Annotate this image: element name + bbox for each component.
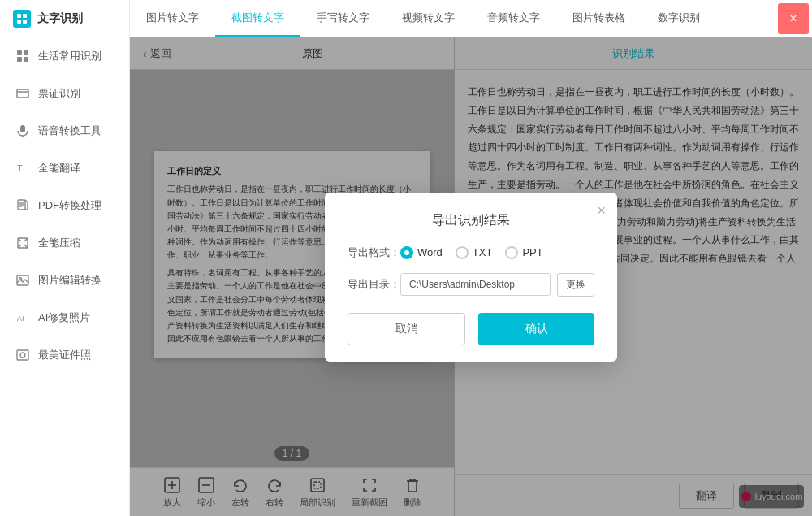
nav-tabs: 图片转文字 截图转文字 手写转文字 视频转文字 音频转文字 图片转表格 数字识别 — [130, 0, 778, 37]
format-word-radio[interactable] — [400, 246, 413, 259]
pdf-icon — [15, 198, 30, 213]
format-ppt-option[interactable]: PPT — [505, 246, 542, 259]
sidebar-item-label: PDF转换处理 — [38, 198, 102, 213]
dir-input[interactable] — [400, 273, 551, 296]
translate-icon: T — [15, 161, 30, 176]
sidebar-item-label: 语音转换工具 — [38, 124, 102, 138]
svg-rect-1 — [23, 14, 27, 18]
svg-text:AI: AI — [17, 314, 24, 323]
svg-rect-6 — [17, 57, 22, 62]
format-txt-label: TXT — [473, 246, 493, 258]
content-area: ‹ 返回 原图 工作日的定义 工作日也称劳动日，是指在一昼夜内，职工进行工作时间… — [130, 37, 812, 516]
tab-audio-to-text[interactable]: 音频转文字 — [471, 0, 556, 37]
dialog-actions: 取消 确认 — [348, 313, 594, 345]
tab-video-to-text[interactable]: 视频转文字 — [386, 0, 471, 37]
change-dir-button[interactable]: 更换 — [557, 273, 594, 297]
sidebar-item-ai-restore[interactable]: AI AI修复照片 — [0, 299, 129, 336]
sidebar-item-ticket-recog[interactable]: 票证识别 — [0, 75, 129, 112]
format-word-option[interactable]: Word — [400, 246, 443, 259]
format-txt-radio[interactable] — [456, 246, 469, 259]
format-options: Word TXT PPT — [400, 246, 543, 259]
image-icon — [15, 273, 30, 288]
top-nav: 文字识别 图片转文字 截图转文字 手写转文字 视频转文字 音频转文字 图片转表格… — [0, 0, 812, 37]
format-ppt-label: PPT — [522, 246, 542, 258]
sidebar-item-label: 票证识别 — [38, 86, 80, 101]
format-label: 导出格式： — [348, 245, 400, 260]
format-word-label: Word — [417, 246, 443, 258]
tab-handwriting-to-text[interactable]: 手写转文字 — [300, 0, 386, 37]
card-icon — [15, 86, 30, 101]
tab-pic-to-table[interactable]: 图片转表格 — [556, 0, 641, 37]
dialog-close-button[interactable]: × — [597, 202, 606, 219]
export-dialog: × 导出识别结果 导出格式： Word TXT — [325, 193, 617, 362]
svg-rect-10 — [20, 125, 25, 132]
svg-point-22 — [20, 353, 25, 358]
tab-digit-recog[interactable]: 数字识别 — [641, 0, 716, 37]
dialog-title: 导出识别结果 — [348, 212, 594, 229]
svg-rect-3 — [23, 20, 27, 24]
svg-rect-7 — [24, 57, 28, 62]
photo-icon — [15, 348, 30, 362]
svg-text:T: T — [17, 163, 23, 173]
sidebar-item-label: 全能翻译 — [38, 161, 80, 176]
sidebar-item-pdf[interactable]: PDF转换处理 — [0, 187, 129, 224]
mic-icon — [15, 124, 30, 138]
dir-row: 导出目录： 更换 — [348, 273, 594, 297]
tab-screenshot-to-text[interactable]: 截图转文字 — [215, 0, 300, 37]
sidebar-item-id-photo[interactable]: 最美证件照 — [0, 336, 129, 374]
svg-rect-2 — [17, 20, 21, 24]
main-layout: 生活常用识别 票证识别 语音转换工具 T 全能翻译 PDF转换处理 — [0, 37, 812, 516]
sidebar-item-img-edit[interactable]: 图片编辑转换 — [0, 262, 129, 299]
format-row: 导出格式： Word TXT PPT — [348, 245, 594, 260]
app-close-button[interactable]: × — [778, 3, 809, 34]
svg-rect-5 — [24, 50, 28, 55]
sidebar-item-label: 全能压缩 — [38, 236, 80, 250]
sidebar-item-speech-tools[interactable]: 语音转换工具 — [0, 112, 129, 150]
svg-rect-4 — [17, 50, 22, 55]
dir-label: 导出目录： — [348, 277, 400, 292]
dialog-overlay: × 导出识别结果 导出格式： Word TXT — [130, 37, 812, 516]
app-logo: 文字识别 — [0, 0, 130, 37]
dir-input-wrap: 更换 — [400, 273, 594, 297]
svg-rect-0 — [17, 14, 21, 18]
svg-rect-8 — [17, 89, 28, 98]
sidebar-item-label: AI修复照片 — [38, 310, 90, 325]
sidebar-item-label: 生活常用识别 — [38, 49, 102, 63]
ai-icon: AI — [15, 310, 30, 325]
sidebar: 生活常用识别 票证识别 语音转换工具 T 全能翻译 PDF转换处理 — [0, 37, 130, 516]
sidebar-item-daily-usage[interactable]: 生活常用识别 — [0, 37, 129, 75]
format-txt-option[interactable]: TXT — [456, 246, 493, 259]
sidebar-item-compress[interactable]: 全能压缩 — [0, 224, 129, 262]
compress-icon — [15, 236, 30, 250]
logo-icon — [13, 10, 31, 28]
sidebar-item-label: 图片编辑转换 — [38, 273, 102, 288]
app-title: 文字识别 — [37, 11, 83, 26]
sidebar-item-label: 最美证件照 — [38, 348, 91, 362]
svg-rect-21 — [17, 350, 28, 360]
tab-pic-to-text[interactable]: 图片转文字 — [130, 0, 215, 37]
confirm-button[interactable]: 确认 — [478, 313, 594, 345]
sidebar-item-translate[interactable]: T 全能翻译 — [0, 150, 129, 187]
grid-icon — [15, 49, 30, 63]
format-ppt-radio[interactable] — [505, 246, 518, 259]
cancel-button[interactable]: 取消 — [348, 313, 465, 345]
